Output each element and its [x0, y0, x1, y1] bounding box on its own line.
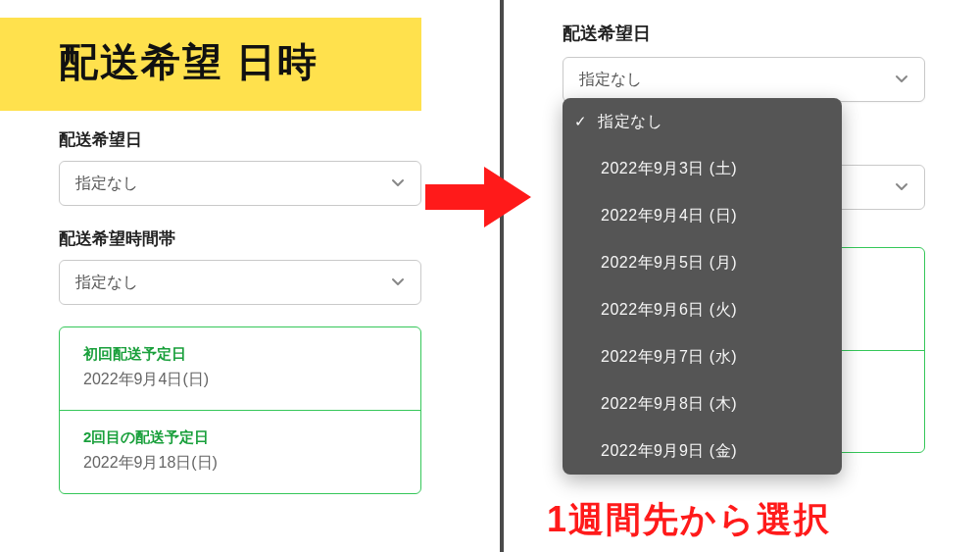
title-banner: 配送希望 日時: [0, 18, 421, 111]
schedule-row: 初回配送予定日 2022年9月4日(日): [60, 327, 420, 411]
delivery-date-select-open[interactable]: 指定なし: [563, 57, 925, 102]
dropdown-option-label: 2022年9月3日 (土): [601, 159, 737, 179]
delivery-date-field: 配送希望日 指定なし: [59, 128, 441, 206]
dropdown-option-label: 2022年9月4日 (日): [601, 206, 737, 226]
schedule-row: 2回目の配送予定日 2022年9月18日(日): [60, 411, 420, 493]
arrow-icon: [425, 163, 533, 235]
dropdown-option[interactable]: 2022年9月6日 (火): [563, 286, 842, 333]
delivery-date-label: 配送希望日: [563, 22, 937, 45]
dropdown-option-label: 2022年9月6日 (火): [601, 300, 737, 321]
schedule-row-value: 2022年9月4日(日): [83, 370, 397, 390]
delivery-date-select[interactable]: 指定なし: [59, 161, 421, 206]
dropdown-option-label: 指定なし: [598, 112, 662, 132]
dropdown-option-label: 2022年9月5日 (月): [601, 253, 737, 274]
schedule-row-label: 2回目の配送予定日: [83, 428, 397, 447]
delivery-date-value: 指定なし: [75, 174, 138, 194]
dropdown-option[interactable]: 2022年9月4日 (日): [563, 192, 842, 239]
chevron-down-icon: [391, 176, 405, 190]
delivery-time-field: 配送希望時間帯 指定なし: [59, 227, 441, 305]
delivery-date-label: 配送希望日: [59, 128, 441, 151]
dropdown-option[interactable]: 2022年9月8日 (木): [563, 380, 842, 427]
chevron-down-icon: [895, 73, 908, 86]
delivery-schedule-panel: 初回配送予定日 2022年9月4日(日) 2回目の配送予定日 2022年9月18…: [59, 326, 421, 494]
right-pane: 配送希望日 指定なし ✓ 指定なし: [504, 0, 980, 552]
check-icon: ✓: [574, 113, 592, 130]
page-title: 配送希望 日時: [59, 35, 392, 89]
left-pane: 配送希望 日時 配送希望日 指定なし 配送希望時間帯 指定なし: [0, 0, 500, 552]
svg-marker-0: [425, 167, 531, 227]
delivery-date-value: 指定なし: [579, 70, 642, 90]
delivery-time-value: 指定なし: [75, 273, 138, 293]
dropdown-option[interactable]: 2022年9月7日 (水): [563, 333, 842, 380]
dropdown-option-selected[interactable]: ✓ 指定なし: [563, 98, 842, 145]
schedule-row-value: 2022年9月18日(日): [83, 453, 397, 474]
dropdown-option[interactable]: 2022年9月5日 (月): [563, 239, 842, 286]
delivery-time-label: 配送希望時間帯: [59, 227, 441, 250]
caption-text: 1週間先から選択: [547, 496, 831, 544]
chevron-down-icon: [391, 276, 405, 289]
dropdown-option-label: 2022年9月7日 (水): [601, 347, 737, 368]
dropdown-option-label: 2022年9月8日 (木): [601, 394, 737, 415]
dropdown-option[interactable]: 2022年9月3日 (土): [563, 145, 842, 192]
delivery-time-select[interactable]: 指定なし: [59, 260, 421, 305]
schedule-row-label: 初回配送予定日: [83, 345, 397, 364]
dropdown-option-label: 2022年9月9日 (金): [601, 441, 737, 462]
chevron-down-icon: [895, 180, 908, 194]
date-dropdown: ✓ 指定なし 2022年9月3日 (土) 2022年9月4日 (日) 2022年…: [563, 98, 842, 475]
dropdown-option[interactable]: 2022年9月9日 (金): [563, 427, 842, 475]
